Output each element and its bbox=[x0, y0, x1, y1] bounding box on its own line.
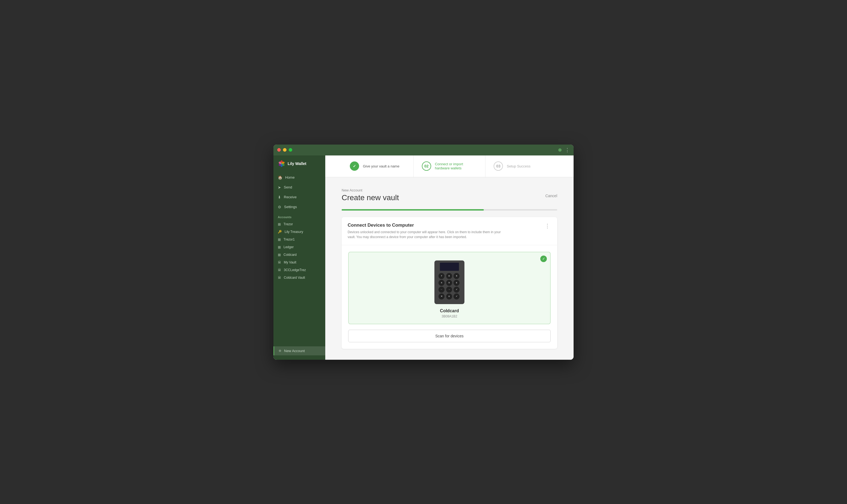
key-4: 4 bbox=[439, 280, 444, 286]
key-back: ← bbox=[439, 287, 444, 293]
progress-bar-fill bbox=[342, 209, 484, 211]
key-9: 9 bbox=[454, 273, 460, 279]
close-button[interactable] bbox=[277, 148, 281, 151]
lily-logo-icon bbox=[278, 160, 285, 167]
wizard-step-2: 02 Connect or import hardware wallets bbox=[414, 156, 486, 177]
app-window: ⋮ Lily Wallet 🏠 bbox=[273, 145, 574, 360]
trezor1-label: Trezor1 bbox=[283, 237, 295, 241]
coldcard-screen bbox=[440, 263, 459, 271]
connect-devices-card: Connect Devices to Computer Devices unlo… bbox=[342, 217, 557, 349]
sidebar-item-send[interactable]: ➤ Send bbox=[273, 183, 325, 192]
coldcard-vault-icon: 🏛 bbox=[278, 276, 281, 280]
main-content: ✓ Give your vault a name 02 Connect or i… bbox=[325, 156, 574, 360]
step1-circle: ✓ bbox=[350, 161, 359, 171]
card-header-text: Connect Devices to Computer Devices unlo… bbox=[348, 222, 506, 239]
trezor1-icon: ▦ bbox=[278, 237, 281, 241]
accounts-list: ▦ Trezor 🔑 Lily Treasury ▦ Trezor1 ▦ Led… bbox=[273, 220, 325, 282]
sidebar-item-new-account[interactable]: ⊕ New Account bbox=[273, 346, 325, 355]
my-vault-icon: 🏛 bbox=[278, 260, 281, 264]
device-id: 3B08A1B2 bbox=[442, 314, 457, 318]
home-icon: 🏠 bbox=[278, 175, 282, 180]
sidebar-item-receive[interactable]: ⬇ Receive bbox=[273, 193, 325, 202]
cancel-button[interactable]: Cancel bbox=[545, 194, 557, 198]
key-7: 7 bbox=[439, 273, 444, 279]
progress-bar bbox=[342, 209, 557, 211]
step2-circle: 02 bbox=[422, 161, 431, 171]
titlebar: ⋮ bbox=[273, 145, 574, 156]
sidebar-item-trezor[interactable]: ▦ Trezor bbox=[273, 220, 325, 228]
card-description: Devices unlocked and connected to your c… bbox=[348, 230, 506, 239]
page-subtitle: New Account bbox=[342, 188, 399, 192]
settings-icon: ⚙ bbox=[278, 205, 281, 209]
receive-icon: ⬇ bbox=[278, 195, 281, 199]
titlebar-menu-button[interactable]: ⋮ bbox=[565, 147, 570, 153]
key-6: 6 bbox=[454, 280, 460, 286]
ledger-label: Ledger bbox=[283, 245, 294, 249]
accounts-section-label: Accounts bbox=[273, 212, 325, 220]
sidebar-logo-text: Lily Wallet bbox=[288, 161, 306, 166]
app-body: Lily Wallet 🏠 Home ➤ Send ⬇ Receive ⚙ Se… bbox=[273, 156, 574, 360]
key-8: 8 bbox=[446, 273, 452, 279]
sidebar-settings-label: Settings bbox=[284, 205, 297, 209]
card-menu-button[interactable]: ⋮ bbox=[544, 222, 551, 229]
scan-for-devices-button[interactable]: Scan for devices bbox=[348, 330, 551, 342]
traffic-lights bbox=[277, 148, 292, 151]
coldcard-keypad: 7 8 9 4 5 6 ← → ✓ ✕ bbox=[439, 273, 460, 300]
sidebar-item-coldcard-vault[interactable]: 🏛 Coldcard Vault bbox=[273, 274, 325, 282]
coldcard-label: Coldcard bbox=[283, 253, 297, 257]
step3-label: Setup Success bbox=[507, 164, 530, 168]
key-check: ✓ bbox=[454, 287, 460, 293]
coldcard-vault-label: Coldcard Vault bbox=[284, 276, 305, 280]
sidebar-item-ledger[interactable]: ▦ Ledger bbox=[273, 243, 325, 251]
sidebar-item-3ccledgetrez[interactable]: 🏛 3CCLedgeTrez bbox=[273, 266, 325, 274]
key-0: 0 bbox=[446, 293, 452, 300]
send-icon: ➤ bbox=[278, 185, 281, 190]
wizard-step-3: 03 Setup Success bbox=[486, 156, 557, 177]
card-title: Connect Devices to Computer bbox=[348, 222, 506, 228]
titlebar-right: ⋮ bbox=[558, 147, 570, 153]
card-body: ✓ 7 8 9 4 5 6 bbox=[342, 245, 557, 349]
ledger-icon: ▦ bbox=[278, 245, 281, 249]
card-header: Connect Devices to Computer Devices unlo… bbox=[342, 217, 557, 245]
content-area: New Account Create new vault Cancel Conn… bbox=[325, 177, 574, 360]
sidebar-home-label: Home bbox=[285, 175, 295, 179]
key-5: 5 bbox=[446, 280, 452, 286]
sidebar-item-trezor1[interactable]: ▦ Trezor1 bbox=[273, 236, 325, 243]
key-ok: ✓ bbox=[454, 293, 460, 300]
step3-circle: 03 bbox=[494, 161, 503, 171]
3ccledgetrez-icon: 🏛 bbox=[278, 268, 281, 272]
device-selected-badge: ✓ bbox=[540, 255, 547, 262]
sidebar-item-my-vault[interactable]: 🏛 My Vault bbox=[273, 258, 325, 266]
wizard-steps: ✓ Give your vault a name 02 Connect or i… bbox=[325, 156, 574, 177]
page-title-group: New Account Create new vault bbox=[342, 188, 399, 204]
step1-label: Give your vault a name bbox=[363, 164, 400, 168]
maximize-button[interactable] bbox=[289, 148, 292, 151]
sidebar-item-home[interactable]: 🏠 Home bbox=[273, 173, 325, 182]
lily-treasury-label: Lily Treasury bbox=[285, 230, 303, 234]
coldcard-device-visual: 7 8 9 4 5 6 ← → ✓ ✕ bbox=[435, 260, 464, 304]
trezor-label: Trezor bbox=[283, 222, 293, 226]
key-forward: → bbox=[446, 287, 452, 293]
coldcard-device-card[interactable]: ✓ 7 8 9 4 5 6 bbox=[348, 252, 551, 324]
new-account-icon: ⊕ bbox=[279, 349, 281, 353]
sidebar-nav: 🏠 Home ➤ Send ⬇ Receive ⚙ Settings bbox=[273, 173, 325, 212]
sidebar-logo: Lily Wallet bbox=[273, 160, 325, 173]
device-name: Coldcard bbox=[440, 308, 459, 313]
sidebar: Lily Wallet 🏠 Home ➤ Send ⬇ Receive ⚙ Se… bbox=[273, 156, 325, 360]
page-title: Create new vault bbox=[342, 193, 399, 202]
minimize-button[interactable] bbox=[283, 148, 286, 151]
wizard-step-1: ✓ Give your vault a name bbox=[342, 156, 414, 177]
new-account-label: New Account bbox=[284, 349, 305, 353]
trezor-icon: ▦ bbox=[278, 222, 281, 226]
sidebar-item-lily-treasury[interactable]: 🔑 Lily Treasury bbox=[273, 228, 325, 236]
my-vault-label: My Vault bbox=[284, 260, 296, 264]
coldcard-icon: ▦ bbox=[278, 253, 281, 257]
status-indicator bbox=[558, 148, 562, 151]
sidebar-item-coldcard[interactable]: ▦ Coldcard bbox=[273, 251, 325, 258]
sidebar-item-settings[interactable]: ⚙ Settings bbox=[273, 202, 325, 212]
3ccledgetrez-label: 3CCLedgeTrez bbox=[284, 268, 306, 272]
key-x: ✕ bbox=[439, 293, 444, 300]
step2-label: Connect or import hardware wallets bbox=[435, 162, 477, 170]
sidebar-send-label: Send bbox=[284, 185, 292, 189]
lily-treasury-icon: 🔑 bbox=[278, 230, 282, 234]
